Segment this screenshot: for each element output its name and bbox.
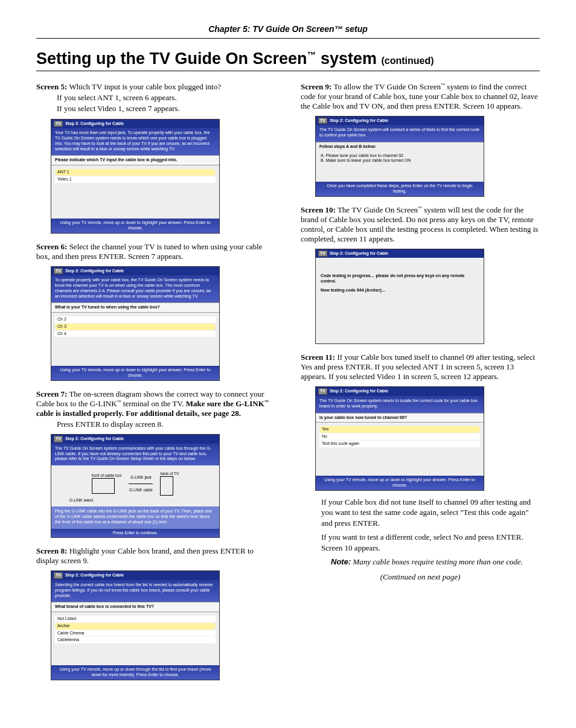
shot6-mid: What is your TV tuned to when using the … <box>51 302 219 313</box>
note-label: Note: <box>331 557 351 566</box>
shot11-foot: Using your TV remote, move up or down to… <box>316 476 484 490</box>
screen-11-text: If your Cable box tuned itself to channe… <box>301 353 535 381</box>
shot5-mid: Please indicate which TV input the cable… <box>51 155 219 165</box>
tv-icon: TV <box>318 251 327 257</box>
shot8-opt4: Cabletenna <box>55 637 216 643</box>
tv-icon: TV <box>318 118 327 124</box>
tm: ™ <box>307 50 316 60</box>
screenshot-5: TVStep 2: Configuring for Cable Your TV … <box>51 119 220 234</box>
screen-5-line1: Which TV input is your cable box plugged… <box>69 82 221 91</box>
screen-11-block: Screen 11: If your Cable box tuned itsel… <box>301 353 540 582</box>
shot5-foot: Using your TV remote, move up or down to… <box>51 219 219 233</box>
post11-p2: If you want to test a different code, se… <box>301 532 540 553</box>
screenshot-7: TVStep 2: Configuring for Cable The TV G… <box>51 434 220 538</box>
tv-icon: TV <box>54 268 63 275</box>
shot11-opt3: Test this code again <box>319 441 480 447</box>
shot5-opt2: Video 1 <box>55 176 216 183</box>
shot5-desc: Your TV has more than one input jack. To… <box>51 128 219 155</box>
tv-icon: TV <box>54 436 63 442</box>
tv-icon: TV <box>54 121 63 127</box>
cable-box-icon <box>92 478 115 494</box>
note-body: Many cable boxes require testing more th… <box>351 557 522 566</box>
screen-9-label: Screen 9: <box>301 82 331 91</box>
screenshot-6: TVStep 2: Configuring for Cable To opera… <box>51 266 220 381</box>
shot9-stepB: B. Make sure to leave your cable box tur… <box>321 158 479 164</box>
shot7-cable: G-LINK cable <box>129 488 153 493</box>
tv-icon: TV <box>54 572 63 579</box>
screen-10-label: Screen 10: <box>301 205 336 214</box>
shot7-foot: Press Enter to continue. <box>51 529 219 538</box>
shot11-opt2: No <box>319 433 480 440</box>
screen-5-line2: If you select ANT 1, screen 6 appears. <box>36 92 275 103</box>
shot8-desc: Selecting the correct cable box brand fr… <box>51 580 219 602</box>
screen-5-block: Screen 5: Which TV input is your cable b… <box>36 82 275 234</box>
screen-7-line4: Press ENTER to display screen 8. <box>36 419 275 430</box>
screen-8-block: Screen 8: Highlight your Cable box brand… <box>36 546 275 680</box>
screen-8-label: Screen 8: <box>36 546 67 555</box>
shot7-glink: G-LINK jack <box>129 475 153 480</box>
title-suffix: system <box>316 49 381 68</box>
shot8-opt2: Archer <box>55 623 216 630</box>
shot10-bar: Step 2: Configuring for Cable <box>330 251 388 257</box>
screen-8-text: Highlight your Cable box brand, and then… <box>36 546 254 565</box>
title-continued: (continued) <box>381 56 434 66</box>
content-columns: Screen 5: Which TV input is your cable b… <box>36 82 540 689</box>
tm: ™ <box>264 399 269 404</box>
chapter-header: Chapter 5: TV Guide On Screen™ setup <box>36 24 540 34</box>
screen-10-block: Screen 10: The TV Guide On Screen™ syste… <box>301 205 540 345</box>
screen-7-label: Screen 7: <box>36 389 67 398</box>
tv-icon: TV <box>318 388 327 395</box>
screen-11-label: Screen 11: <box>301 353 335 362</box>
right-column: Screen 9: To allow the TV Guide On Scree… <box>301 82 540 689</box>
screen-9-text: To allow the TV Guide On Screen <box>333 82 441 91</box>
shot7-bar: Step 2: Configuring for Cable <box>65 436 124 442</box>
arrow-icon <box>129 484 153 484</box>
shot7-back: back of TV <box>160 471 179 476</box>
screen-9-block: Screen 9: To allow the TV Guide On Scree… <box>301 82 540 197</box>
screenshot-11: TVStep 2: Configuring for Cable The TV G… <box>315 386 484 491</box>
screen-6-text: Select the channel your TV is tuned to w… <box>36 242 262 261</box>
divider-sub <box>36 71 540 71</box>
shot8-mid: What brand of cable box is connected to … <box>51 602 219 612</box>
post11-p1: If your Cable box did not tune itself to… <box>301 497 540 529</box>
screenshot-9: TVStep 2: Configuring for Cable The TV G… <box>315 116 484 197</box>
shot8-bar: Step 2: Configuring for Cable <box>65 573 124 578</box>
screen-7-bold1b: cable is installed properly. For additio… <box>36 409 241 418</box>
screen-10-text: The TV Guide On Screen <box>338 205 418 214</box>
shot6-opt2: Ch 3 <box>55 324 216 330</box>
screen-6-label: Screen 6: <box>36 242 67 251</box>
shot6-foot: Using your TV remote, move up or down to… <box>51 366 219 380</box>
shot6-bar: Step 2: Configuring for Cable <box>65 269 124 274</box>
shot6-desc: To operate properly with your cable box,… <box>51 275 219 302</box>
shot8-opt3: Cable Cinema <box>55 630 216 637</box>
shot5-bar: Step 2: Configuring for Cable <box>65 121 124 127</box>
screen-7-text1b: terminal on the TV. <box>121 399 186 408</box>
tm: ™ <box>117 399 121 404</box>
screenshot-8: TVStep 2: Configuring for Cable Selectin… <box>51 570 220 680</box>
tm: ™ <box>418 205 422 210</box>
shot7-desc2: Plug the G-LINK cable into the G-LINK ja… <box>51 506 219 528</box>
page-title: Setting up the TV Guide On Screen™ syste… <box>36 49 540 68</box>
shot8-opt1: Not Listed <box>55 616 216 622</box>
continued-next: (Continued on next page) <box>301 572 540 582</box>
shot9-foot: Once you have completed these steps, pre… <box>316 182 484 196</box>
shot10-line1: Code testing in progress… please do not … <box>321 273 479 284</box>
left-column: Screen 5: Which TV input is your cable b… <box>36 82 275 689</box>
screen-5-label: Screen 5: <box>36 82 67 91</box>
screen-5-line3: If you select Video 1, screen 7 appears. <box>36 103 275 114</box>
shot7-diagram: front of cable box G-LINK jack G-LINK ca… <box>51 465 219 506</box>
shot10-line2: Now testing code 044 (Archer)… <box>321 288 479 293</box>
screen-6-block: Screen 6: Select the channel your TV is … <box>36 242 275 381</box>
shot11-desc: The TV Guide On Screen system needs to l… <box>316 396 484 413</box>
shot9-desc: The TV Guide On Screen system will condu… <box>316 125 484 142</box>
shot6-opt1: Ch 2 <box>55 316 216 323</box>
shot11-mid: Is your cable box now tuned to channel 0… <box>316 413 484 423</box>
screenshot-10: TVStep 2: Configuring for Cable Code tes… <box>315 249 484 345</box>
divider-top <box>36 38 540 39</box>
title-main: Setting up the TV Guide On Screen <box>36 49 307 68</box>
screen-7-block: Screen 7: The on-screen diagram shows th… <box>36 389 275 538</box>
tv-box-icon <box>160 476 173 496</box>
shot9-mid: Follow steps A and B below: <box>316 142 484 152</box>
shot9-stepA: A. Please tune your cable box to channel… <box>321 153 479 159</box>
shot8-foot: Using your TV remote, move up or down th… <box>51 665 219 680</box>
